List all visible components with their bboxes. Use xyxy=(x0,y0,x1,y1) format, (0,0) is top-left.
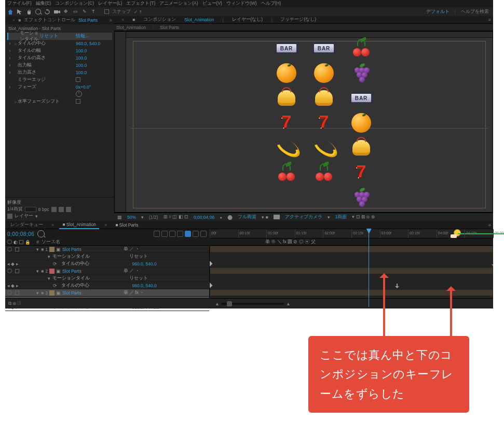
shape-tool-icon[interactable]: ▭ xyxy=(73,9,79,15)
property-row[interactable]: ›⬦タイルの中心960.0, 540.0 xyxy=(7,40,112,47)
keyframe[interactable] xyxy=(395,284,399,289)
keyframe[interactable] xyxy=(210,283,212,288)
layer-row[interactable]: ▾■2▣Slot Parts单 ／ ・ xyxy=(5,268,209,275)
menu-item[interactable]: 編集(E) xyxy=(36,1,51,7)
panel-target[interactable]: Slot Parts xyxy=(78,18,98,23)
breadcrumb-item[interactable]: Slot Parts xyxy=(160,25,179,30)
breadcrumb-item[interactable]: Slot_Animation xyxy=(116,25,146,30)
layer-row[interactable]: ▾モーションタイルリセット xyxy=(5,275,209,282)
text-tool-icon[interactable]: T xyxy=(92,9,98,15)
footage-tab[interactable]: フッテージ(なし) xyxy=(280,17,316,23)
slot-reel-3: BAR7 xyxy=(346,36,376,210)
layer-row[interactable]: ◂ ◆ ▸⟳ タイルの中心960.0, 540.0 xyxy=(5,260,209,268)
main-split: × ■ エフェクトコントロール Slot Parts ≡ Slot_Animat… xyxy=(5,16,493,221)
camera-icon[interactable] xyxy=(274,215,280,219)
annotation-arrow-2 xyxy=(450,288,452,336)
col-switches: 单 ※ ＼ fx 圓 ⊘ ◎ ☉ 父 xyxy=(263,239,493,245)
property-row[interactable]: ⬦水平フェーズシフト xyxy=(7,98,112,105)
snap-checkbox[interactable] xyxy=(104,9,109,14)
effect-controls-panel: × ■ エフェクトコントロール Slot Parts ≡ Slot_Animat… xyxy=(5,16,114,221)
pen-tool-icon[interactable]: ✎ xyxy=(83,9,89,15)
slot-symbol-banana xyxy=(275,136,298,160)
annotation-arrow-1 xyxy=(383,275,385,336)
quality-label: 1/4画質 xyxy=(7,206,23,213)
viewer-quality[interactable]: フル画質 xyxy=(238,214,256,220)
property-row[interactable]: ›出力幅100.0 xyxy=(7,62,112,69)
viewer-footer: ▦ 50% ▾ (1/2) ⊞ ⌗ ◫ ◧ ⊡ 0;00;04;06 ⬥ ⬤ フ… xyxy=(114,213,493,221)
layer-bar[interactable] xyxy=(210,268,493,274)
slot-symbol-seven: 7 xyxy=(275,111,298,135)
layer-row[interactable]: ◂ ◆ ▸⟳ タイルの中心960.0, 540.0 xyxy=(5,282,209,289)
ruler-vertical xyxy=(115,32,126,212)
home-icon[interactable] xyxy=(7,9,13,15)
composition-panel: × ■ コンポジション Slot_Animation | レイヤー(なし) | … xyxy=(114,16,493,221)
slot-symbol-bar: BAR xyxy=(275,36,298,60)
comp-tab-prefix: コンポジション xyxy=(143,17,176,23)
annotation-callout: ここでは真ん中と下のコンポジションのキーフレームをずらした xyxy=(308,336,469,413)
mode-box[interactable] xyxy=(25,207,36,212)
layer-row[interactable]: ▾■3▣Slot Parts单 ／ fx ・ xyxy=(5,289,209,297)
menu-item[interactable]: レイヤー(L) xyxy=(98,1,122,7)
property-row[interactable]: ›出力高さ100.0 xyxy=(7,69,112,76)
menu-item[interactable]: ビュー(V) xyxy=(202,1,222,7)
menu-item[interactable]: アニメーション(A) xyxy=(159,1,198,7)
menu-item[interactable]: ヘルプ(H) xyxy=(261,1,281,7)
bl-icon[interactable] xyxy=(51,207,57,212)
menu-item[interactable]: ファイル(F) xyxy=(7,1,32,7)
layer-tab[interactable]: レイヤー(なし) xyxy=(232,17,263,23)
menu-item[interactable]: コンポジション(C) xyxy=(55,1,94,7)
property-row[interactable] xyxy=(7,91,112,98)
timeline-search-icon[interactable] xyxy=(37,230,45,237)
time-tick: 03:00f xyxy=(380,229,391,238)
camera-tool-icon[interactable] xyxy=(53,9,61,15)
tl-tab[interactable]: レンダーキュー xyxy=(7,221,46,229)
selection-tool-icon[interactable] xyxy=(17,9,23,15)
layer-outline: ▾■1▣Slot Parts单 ／ ・▾モーションタイルリセット◂ ◆ ▸⟳ タ… xyxy=(5,246,210,298)
property-row[interactable]: ›タイルの高さ100.0 xyxy=(7,54,112,62)
views-count[interactable]: 1画面 xyxy=(335,214,347,220)
timeline-zoom-slider[interactable] xyxy=(222,303,284,305)
bl-icon[interactable] xyxy=(59,207,64,212)
anchor-tool-icon[interactable]: ✥ xyxy=(64,9,70,15)
keyframe[interactable] xyxy=(492,262,493,267)
property-row[interactable]: ›タイルの幅100.0 xyxy=(7,47,112,54)
rotate-tool-icon[interactable] xyxy=(44,9,50,15)
left-footer: 解像度 1/4画質 8 bpc レイヤー ▾ xyxy=(5,197,114,221)
time-ruler[interactable]: 00f00:15f01:00f01:15f02:00f02:15f03:00f0… xyxy=(210,229,493,238)
layer-row[interactable]: ▾モーションタイルリセット xyxy=(5,253,209,260)
timeline-timecode[interactable]: 0;00;08;06 xyxy=(7,231,34,237)
keyframe[interactable] xyxy=(210,261,212,266)
col-source[interactable]: ソース名 xyxy=(42,239,60,245)
timeline-panel: レンダーキュー × ■ Slot_Animation × ■ Slot Part… xyxy=(5,221,493,308)
viewer-timecode[interactable]: 0;00;04;06 xyxy=(194,215,214,220)
menu-item[interactable]: エフェクト(T) xyxy=(126,1,155,7)
slot-symbol-bell xyxy=(312,86,336,110)
work-area-end[interactable] xyxy=(451,229,464,238)
property-row[interactable]: ›フェーズ0x+0.0° xyxy=(7,83,112,91)
time-tick: 00:15f xyxy=(238,229,250,238)
time-tick: 02:00f xyxy=(323,229,334,238)
viewer[interactable]: BAR7 BAR7 BAR7 xyxy=(114,31,493,213)
bl-icon[interactable] xyxy=(66,207,71,212)
composition-canvas[interactable]: BAR7 BAR7 BAR7 xyxy=(130,41,488,209)
zoom-tool-icon[interactable] xyxy=(35,9,41,15)
slot-symbol-orange xyxy=(312,61,336,85)
search-help[interactable]: ヘルプを検索 xyxy=(461,8,489,15)
tl-tab-active[interactable]: ■ Slot_Animation xyxy=(59,221,99,229)
property-row[interactable]: モーションタイルリセット情報... xyxy=(7,33,112,40)
time-tick: 05:00f xyxy=(493,229,504,238)
project-icon[interactable] xyxy=(7,214,12,219)
tl-tab[interactable]: ■ Slot Parts xyxy=(112,221,141,229)
active-camera[interactable]: アクティブカメラ xyxy=(285,214,322,220)
grid-icon[interactable]: ▦ xyxy=(117,215,122,220)
menu-item[interactable]: ウィンドウ(W) xyxy=(226,1,257,7)
hand-tool-icon[interactable] xyxy=(26,9,32,15)
zoom-level[interactable]: 50% xyxy=(127,215,136,220)
property-row[interactable]: ミラーエッジ xyxy=(7,76,112,83)
comp-name[interactable]: Slot_Animation xyxy=(184,17,214,22)
workspace-dropdown[interactable]: デフォルト xyxy=(426,8,449,15)
toggle-switches-icon[interactable]: ⧉ ⊞ ◳ xyxy=(8,301,21,306)
layer-row[interactable]: ▾■1▣Slot Parts单 ／ ・ xyxy=(5,246,209,253)
layer-bar[interactable] xyxy=(210,246,493,252)
panel-tab-label[interactable]: エフェクトコントロール xyxy=(24,17,75,23)
